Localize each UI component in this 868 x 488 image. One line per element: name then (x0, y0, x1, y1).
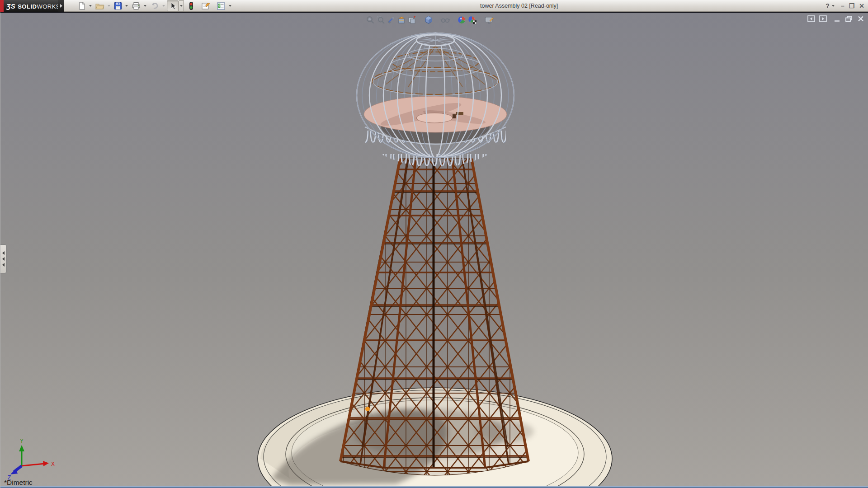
previous-view-icon (387, 15, 396, 24)
design-checker-dropdown[interactable] (229, 5, 231, 7)
selection-marker (365, 407, 370, 411)
design-checker-button[interactable] (215, 0, 227, 11)
comment-note-icon (201, 1, 211, 10)
view-settings-button[interactable] (484, 15, 494, 25)
view-settings-icon (484, 15, 494, 24)
collapse-arrow-icon (2, 257, 5, 261)
view-orientation-button[interactable] (406, 15, 417, 25)
zoom-to-area-icon (376, 15, 385, 24)
triad-y-label: Y (20, 438, 24, 444)
appearance-ball-icon (458, 15, 467, 24)
select-cursor-icon (168, 1, 177, 10)
zoom-to-fit-button[interactable] (365, 15, 375, 25)
hide-show-items-button[interactable] (440, 15, 450, 25)
zoom-to-fit-icon (366, 15, 375, 24)
previous-view-button[interactable] (386, 15, 396, 25)
triad-x-label: X (51, 461, 55, 467)
open-folder-icon (95, 1, 105, 10)
menu-expand-arrow[interactable] (58, 0, 64, 12)
edit-appearance-button[interactable] (457, 15, 467, 25)
display-style-icon (424, 15, 433, 24)
logo-text: ƷSSOLIDWORKS (6, 2, 60, 10)
model-scene: Y X Z (0, 13, 868, 488)
traffic-light-icon (188, 1, 194, 10)
status-bar-edge (0, 486, 868, 488)
save-floppy-icon (113, 1, 123, 10)
section-view-icon (397, 15, 406, 24)
standard-toolbar (76, 0, 233, 12)
collapse-arrow-icon (2, 263, 5, 267)
minimize-document-button[interactable] (834, 15, 841, 22)
undo-dropdown[interactable] (162, 5, 165, 7)
close-document-button[interactable] (857, 15, 864, 22)
title-bar: ƷSSOLIDWORKS (0, 0, 868, 12)
minimize-button[interactable]: – (841, 0, 844, 12)
collapse-arrow-icon (2, 251, 5, 255)
section-view-button[interactable] (396, 15, 406, 25)
display-style-button[interactable] (423, 15, 434, 25)
new-document-icon (77, 1, 86, 10)
checklist-icon (216, 1, 226, 10)
select-dropdown[interactable] (179, 0, 184, 11)
document-window-controls (807, 15, 864, 22)
next-document-button[interactable] (819, 15, 827, 22)
print-dropdown[interactable] (144, 5, 146, 7)
print-button[interactable] (130, 0, 142, 11)
graphics-area[interactable]: Y X Z (0, 12, 868, 488)
previous-document-button[interactable] (807, 15, 815, 22)
window-controls: ? – ❐ ✕ (826, 0, 864, 12)
restore-document-button[interactable] (845, 15, 853, 22)
solidworks-logo: ƷSSOLIDWORKS (0, 0, 58, 12)
apply-scene-icon (468, 15, 477, 24)
close-button[interactable]: ✕ (859, 0, 864, 12)
zoom-to-area-button[interactable] (375, 15, 386, 25)
undo-button[interactable] (148, 0, 161, 11)
logo-red-stripe (0, 0, 4, 12)
save-button[interactable] (112, 0, 124, 11)
new-document-dropdown[interactable] (89, 5, 92, 7)
new-document-button[interactable] (76, 0, 88, 11)
expand-arrow-icon (60, 4, 62, 8)
help-icon: ? (826, 0, 830, 12)
logo-3s-glyph: ƷS (6, 2, 15, 10)
glasses-icon (440, 15, 450, 24)
view-orientation-icon (407, 15, 416, 24)
help-dropdown[interactable] (832, 5, 835, 7)
open-dropdown[interactable] (108, 5, 110, 7)
headsup-view-toolbar (365, 15, 494, 25)
open-button[interactable] (94, 0, 106, 11)
save-dropdown[interactable] (125, 5, 128, 7)
window-title: tower Assembly 02 [Read-only] (480, 0, 558, 12)
help-button[interactable]: ? (826, 0, 836, 12)
printer-icon (131, 1, 141, 10)
undo-icon (150, 1, 160, 10)
restore-button[interactable]: ❐ (849, 0, 855, 12)
select-button[interactable] (167, 0, 179, 11)
feature-panel-collapse-tab[interactable] (0, 244, 7, 273)
apply-scene-button[interactable] (467, 15, 477, 25)
comment-button[interactable] (199, 0, 212, 11)
interference-detection-button[interactable] (187, 0, 196, 11)
